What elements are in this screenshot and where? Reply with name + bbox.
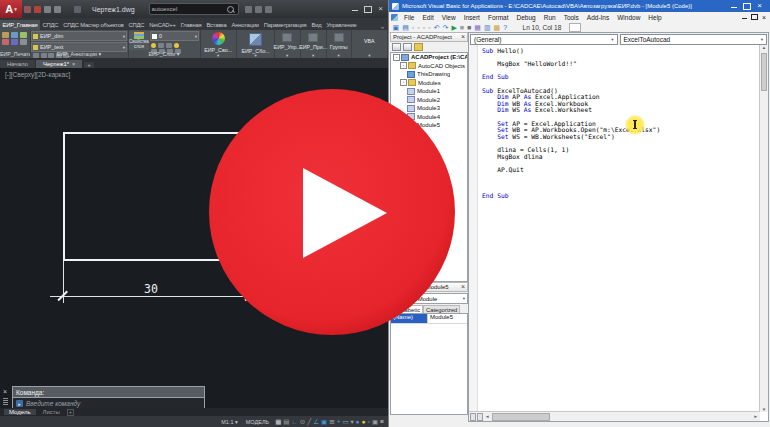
qat-redo-icon[interactable] xyxy=(54,6,61,13)
command-palette[interactable]: Команда: ▸ Введите команду xyxy=(12,386,205,410)
vertical-scrollbar[interactable]: ▲ ▼ xyxy=(759,45,768,412)
toolbar-icon[interactable]: ▩ xyxy=(494,23,501,32)
infocenter-search-input[interactable]: autoexcel xyxy=(149,3,239,15)
close-icon[interactable]: × xyxy=(762,15,766,20)
ribbon-tab[interactable]: СПДС Мастер объектов xyxy=(61,20,126,30)
status-icon[interactable]: ▭ xyxy=(341,417,349,426)
autocad-app-button[interactable]: A▾ xyxy=(0,0,22,18)
ribbon-tab[interactable]: Параметризация xyxy=(261,20,309,30)
export-icon[interactable] xyxy=(20,32,27,38)
tree-item[interactable]: ThisDrawing xyxy=(391,70,467,79)
ribbon-tab[interactable]: ЕИР_Главная xyxy=(0,20,40,30)
menu-window[interactable]: Window xyxy=(613,14,644,21)
toolbar-icon[interactable]: ▪ xyxy=(417,23,419,32)
layout-tab-model[interactable]: Модель xyxy=(4,409,36,415)
toolbar-icon[interactable]: ■ xyxy=(467,23,471,32)
project-explorer-header[interactable]: Project - ACADProject × xyxy=(390,32,468,42)
toolbar-icon[interactable]: ? xyxy=(503,23,507,32)
signin-icon[interactable] xyxy=(245,6,252,13)
tree-item[interactable]: -AutoCAD Objects xyxy=(391,62,467,71)
command-close-icon[interactable]: × xyxy=(3,388,7,395)
toolbar-icon[interactable]: ↷ xyxy=(443,23,449,32)
minimize-icon[interactable] xyxy=(352,10,358,11)
qat-undo-icon[interactable] xyxy=(44,6,51,13)
menu-file[interactable]: File xyxy=(400,14,418,21)
split-handle[interactable] xyxy=(477,413,483,421)
maximize-icon[interactable] xyxy=(364,6,372,13)
layout-tab-sheets[interactable]: Листы xyxy=(38,409,65,415)
ribbon-panel-collapsed[interactable]: ЕИР_Упр...▾ xyxy=(275,30,301,58)
layer-on-icon[interactable] xyxy=(151,43,156,48)
toolbar-icon[interactable]: ▦ xyxy=(474,23,481,32)
status-icon[interactable]: ∟ xyxy=(290,417,298,426)
toolbar-icon[interactable]: ■ xyxy=(460,23,464,32)
dim-style-combo[interactable]: ЕИР_dim ▾ xyxy=(31,31,127,41)
menu-run[interactable]: Run xyxy=(540,14,560,21)
menu-view[interactable]: View xyxy=(438,14,460,21)
plot-preview-icon[interactable] xyxy=(11,32,18,38)
viewport-controls[interactable]: [-][Сверху][2D-каркас] xyxy=(5,71,70,78)
qat-plot-icon[interactable] xyxy=(34,6,41,13)
qat-new-icon[interactable] xyxy=(74,6,81,13)
object-dropdown[interactable]: (General) ▾ xyxy=(470,34,618,45)
qat-save-icon[interactable] xyxy=(24,6,31,13)
menu-tools[interactable]: Tools xyxy=(560,14,583,21)
status-icon[interactable]: ▣ xyxy=(320,417,328,426)
view-object-icon[interactable] xyxy=(403,43,412,51)
command-grip-handle[interactable] xyxy=(3,398,8,405)
status-icon[interactable]: ▤ xyxy=(282,417,290,426)
toolbar-icon[interactable]: ▥ xyxy=(484,23,491,32)
procedure-dropdown[interactable]: ExcelToAutocad ▾ xyxy=(620,34,768,45)
batch-plot-icon[interactable] xyxy=(2,39,9,45)
print-icon[interactable] xyxy=(2,32,9,38)
menu-insert[interactable]: Insert xyxy=(460,14,484,21)
layer-freeze-icon[interactable] xyxy=(158,43,164,48)
file-tab-drawing[interactable]: Чертеж1* × xyxy=(36,60,82,68)
maximize-icon[interactable] xyxy=(743,3,751,10)
close-tab-icon[interactable]: × xyxy=(72,61,75,67)
ribbon-panel-collapsed[interactable]: ЕИР_Сбо...▾ xyxy=(237,30,274,58)
toolbar-icon[interactable]: ▪ xyxy=(423,23,425,32)
menu-add-ins[interactable]: Add-Ins xyxy=(583,14,613,21)
plotter-icon[interactable] xyxy=(20,39,27,45)
scrollbar-thumb[interactable] xyxy=(492,413,550,421)
page-setup-icon[interactable] xyxy=(11,39,18,45)
ribbon-panel-collapsed[interactable]: ЕИР_При...▾ xyxy=(301,30,327,58)
close-icon[interactable]: × xyxy=(461,284,465,290)
scale-control[interactable]: М1:1 ▾ xyxy=(218,419,241,425)
code-editor[interactable]: Sub Hello() MsgBox "HelloWorld!!" End Su… xyxy=(469,45,760,412)
ribbon-panel-collapsed[interactable]: VBA▾ xyxy=(352,30,388,58)
scrollbar-thumb[interactable] xyxy=(761,53,767,91)
split-handle[interactable] xyxy=(470,413,476,421)
help-icon[interactable] xyxy=(265,6,272,13)
close-icon[interactable]: × xyxy=(378,6,383,12)
layer-combo[interactable]: 0 ▾ xyxy=(150,31,199,41)
toolbar-icon[interactable]: ▣ xyxy=(393,23,400,32)
status-icon[interactable]: ≡ xyxy=(379,417,385,426)
tree-expander-icon[interactable]: - xyxy=(400,62,407,69)
new-tab-button[interactable]: + xyxy=(84,62,94,68)
status-icon[interactable]: ⊙ xyxy=(299,417,306,426)
close-icon[interactable]: × xyxy=(461,34,465,40)
menu-debug[interactable]: Debug xyxy=(513,14,540,21)
ribbon-tab[interactable]: СПДС xyxy=(126,20,147,30)
status-icon[interactable]: ▣ xyxy=(371,417,379,426)
layer-lock-icon[interactable] xyxy=(166,43,172,48)
toolbar-icon[interactable]: ▶ xyxy=(451,23,456,32)
ribbon-panel-collapsed[interactable]: Группы▾ xyxy=(327,30,352,58)
toggle-folders-icon[interactable] xyxy=(414,43,423,51)
view-code-icon[interactable] xyxy=(392,43,401,51)
layer-properties-button[interactable]: Свойства слоя xyxy=(129,31,149,50)
scroll-right-icon[interactable]: ► xyxy=(754,414,760,419)
ribbon-tab[interactable]: Главная xyxy=(178,20,204,30)
ribbon-tab[interactable]: СПДС xyxy=(40,20,61,30)
menu-edit[interactable]: Edit xyxy=(418,14,437,21)
scroll-left-icon[interactable]: ◄ xyxy=(485,414,489,419)
file-tab-start[interactable]: Начало xyxy=(0,60,35,68)
toolbar-icon[interactable]: ↶ xyxy=(434,23,440,32)
qat-open-icon[interactable] xyxy=(64,6,71,13)
ribbon-panel-collapsed[interactable]: ЕИР_Сво...▾ xyxy=(200,30,237,58)
layer-color-icon[interactable] xyxy=(174,43,179,48)
search-icon[interactable] xyxy=(227,6,234,13)
menu-help[interactable]: Help xyxy=(644,14,665,21)
